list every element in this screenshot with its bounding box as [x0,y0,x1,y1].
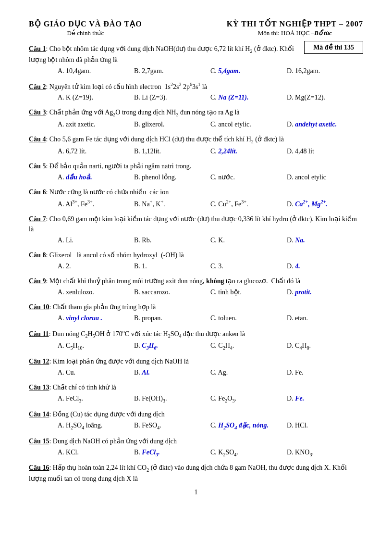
header-subtitle-left: Đề chính thức [29,29,142,37]
question-9-answer-C: C. tinh bột. [210,287,287,297]
question-3-answer-C: C. ancol etylic. [210,119,287,129]
question-8-answer-B: B. 1. [134,261,210,271]
question-12-answers: A. Cu.B. Al.C. Ag.D. Fe. [58,367,363,377]
question-8-answers: A. 2.B. 1.C. 3.D. 4. [58,261,363,271]
question-15-text: Câu 15: Dung dịch NaOH có phản ứng với d… [29,436,363,446]
question-3-answer-A: A. axit axetic. [58,119,134,129]
correct-answer: 5,4gam. [218,67,240,75]
question-2-answer-D: D. Mg(Z=12). [287,92,363,102]
question-9-answer-A: A. xenlulozo. [58,287,134,297]
correct-answer: Al. [142,369,150,376]
question-11-answer-A: A. C5H10. [58,340,134,352]
question-4-answer-C: C. 2,24lít. [210,146,287,156]
header-left: BỘ GIÁO DỤC VÀ ĐÀO TẠO Đề chính thức [29,19,142,37]
question-14-answer-B: B. FeSO4. [134,420,210,431]
question-9-label: Câu 9 [29,277,46,285]
question-12-text: Câu 12: Kim loại phản ứng được với dung … [29,356,363,366]
question-3-label: Câu 3 [29,109,46,116]
question-14-answer-A: A. H2SO4 loãng. [58,420,134,431]
correct-answer: FeCl3. [142,449,159,456]
question-5-answer-C: C. nước. [210,172,287,182]
question-6-answers: A. Al3+, Fe3+.B. Na+, K+.C. Cu2+, Fe3+.D… [58,198,363,209]
question-9-answers: A. xenlulozo.B. saccarozo.C. tinh bột.D.… [58,287,363,297]
correct-answer: C3H6. [142,342,158,349]
question-3-text: Câu 3: Chất phản ứng với Ag2O trong dung… [29,107,363,118]
question-5-text: Câu 5: Để bảo quản narti, người ta phải … [29,161,363,171]
question-2-label: Câu 2 [29,83,46,90]
question-14: Câu 14: Đồng (Cu) tác dụng được với dung… [29,409,363,431]
correct-answer: H2SO4 đặc, nóng. [218,422,269,429]
correct-answer: Na (Z=11). [218,94,248,101]
correct-answer: 4. [295,263,300,270]
question-15-label: Câu 15 [29,438,49,445]
question-11-label: Câu 11 [29,330,49,337]
question-1-answer-D: D. 16,2gam. [287,66,363,76]
question-13-label: Câu 13 [29,384,49,391]
correct-answer: vinyl clorua . [66,314,102,322]
question-1-answer-C: C. 5,4gam. [210,66,287,76]
question-8-answer-D: D. 4. [287,261,363,271]
question-5: Câu 5: Để bảo quản narti, người ta phải … [29,161,363,182]
question-2-answer-A: A. K (Z=19). [58,92,134,102]
question-7-text: Câu 7: Cho 0,69 gam một kim loại kiềm tá… [29,214,363,234]
question-2-text: Câu 2: Nguyên tử kim loại có cấu hình el… [29,81,363,92]
question-14-text: Câu 14: Đồng (Cu) tác dụng được với dung… [29,409,363,419]
question-4-answer-D: D. 4,48 lít [287,146,363,156]
question-8: Câu 8: Glixerol là ancol có số nhóm hydr… [29,250,363,271]
question-10-answers: A. vinyl clorua .B. propan.C. toluen.D. … [58,313,363,323]
header-title-right: KỲ THI TỐT NGHIỆP THPT – 2007 [227,19,363,28]
correct-answer: dầu hoả. [66,174,92,181]
question-16-text: Câu 16: Hấp thụ hoàn toàn 2,24 lít khí C… [29,463,363,484]
question-10-answer-D: D. etan. [287,313,363,323]
question-7-answer-A: A. Li. [58,235,134,245]
question-13-answer-A: A. FeCl3. [58,393,134,404]
question-13-answer-D: D. Fe. [287,393,363,404]
question-10: Câu 10: Chất tham gia phản ứng trùng hợp… [29,302,363,323]
question-13: Câu 13: Chất chỉ có tính khử làA. FeCl3.… [29,382,363,404]
question-5-answer-D: D. ancol etylic [287,172,363,182]
question-13-text: Câu 13: Chất chỉ có tính khử là [29,382,363,392]
question-11-text: Câu 11: Đun nóng C2H5OH ở 170oC với xúc … [29,328,363,339]
question-9-answer-B: B. saccarozo. [134,287,210,297]
question-1-answer-A: A. 10,4gam. [58,66,134,76]
question-2: Câu 2: Nguyên tử kim loại có cấu hình el… [29,81,363,103]
question-9-answer-D: D. protit. [287,287,363,297]
question-6: Câu 6: Nước cứng là nước có chứa nhiều c… [29,187,363,209]
correct-answer: andehyt axetic. [295,121,337,128]
question-15-answer-A: A. KCl. [58,447,134,458]
ma-de-box: Mã đề thi 135 [304,41,363,54]
question-8-text: Câu 8: Glixerol là ancol có số nhóm hydr… [29,250,363,260]
question-5-answers: A. dầu hoả.B. phenol lỏng.C. nước.D. anc… [58,172,363,182]
question-6-text: Câu 6: Nước cứng là nước có chứa nhiều c… [29,187,363,197]
question-14-answer-D: D. HCl. [287,420,363,431]
question-4-text: Câu 4: Cho 5,6 gam Fe tác dụng với dung … [29,134,363,145]
questions-list: Câu 1: Cho bột nhôm tác dụng với dung dị… [29,44,363,484]
question-11-answer-D: D. C4H8. [287,340,363,352]
question-4-label: Câu 4 [29,136,46,143]
question-4-answer-A: A. 6,72 lít. [58,146,134,156]
question-10-answer-A: A. vinyl clorua . [58,313,134,323]
question-4-answers: A. 6,72 lít.B. 1,12lít.C. 2,24lít.D. 4,4… [58,146,363,156]
question-7-answer-B: B. Rb. [134,235,210,245]
question-6-label: Câu 6 [29,188,46,196]
correct-answer: Ca2+, Mg2+. [295,201,328,208]
question-1-answers: A. 10,4gam.B. 2,7gam.C. 5,4gam.D. 16,2ga… [58,66,363,76]
question-12-answer-B: B. Al. [134,367,210,377]
question-3-answer-B: B. glixerol. [134,119,210,129]
question-15-answers: A. KCl.B. FeCl3.C. K2SO4.D. KNO3. [58,447,363,458]
question-11-answer-B: B. C3H6. [134,340,210,352]
question-6-answer-B: B. Na+, K+. [134,198,210,209]
question-6-answer-A: A. Al3+, Fe3+. [58,198,134,209]
question-8-answer-A: A. 2. [58,261,134,271]
question-16: Câu 16: Hấp thụ hoàn toàn 2,24 lít khí C… [29,463,363,484]
header-subtitle-right: Môn thi: HOÁ HỌC –Bổ túc [227,29,363,37]
question-9: Câu 9: Một chất khi thuỷ phân trong môi … [29,276,363,297]
question-7-answer-D: D. Na. [287,235,363,245]
question-14-answer-C: C. H2SO4 đặc, nóng. [210,420,287,431]
question-12-answer-C: C. Ag. [210,367,287,377]
question-7: Câu 7: Cho 0,69 gam một kim loại kiềm tá… [29,214,363,245]
header-right: KỲ THI TỐT NGHIỆP THPT – 2007 Môn thi: H… [227,19,363,37]
question-15-answer-D: D. KNO3. [287,447,363,458]
subtitle-right-text: Môn thi: HOÁ HỌC – [258,29,315,37]
question-16-label: Câu 16 [29,464,49,471]
